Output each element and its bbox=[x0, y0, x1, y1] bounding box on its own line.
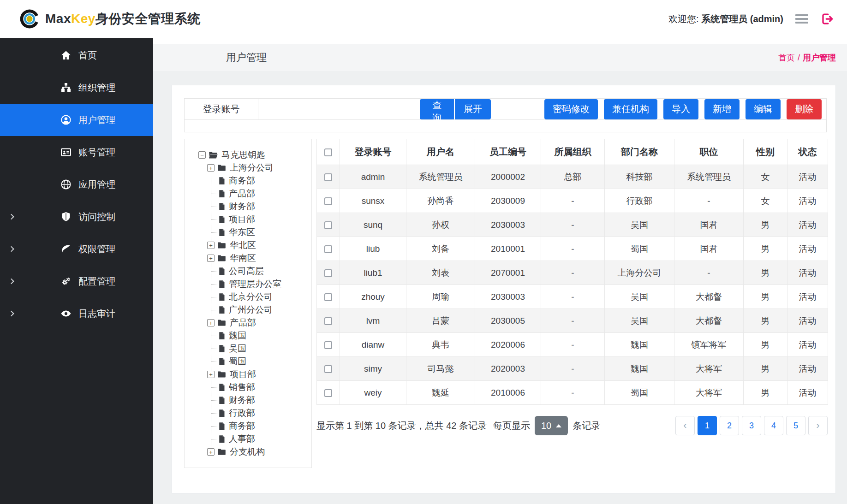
sidebar-item-home[interactable]: 首页 bbox=[0, 39, 153, 71]
file-icon bbox=[218, 293, 225, 301]
table-row[interactable]: dianw 典韦 2020006 - 魏国 镇军将军 男 活动 bbox=[317, 333, 828, 357]
page-1-button[interactable]: 1 bbox=[698, 416, 717, 435]
tree-expander-icon[interactable] bbox=[207, 255, 215, 262]
home-icon bbox=[60, 50, 72, 61]
login-account-input[interactable] bbox=[258, 99, 420, 119]
menu-toggle-icon[interactable] bbox=[795, 14, 808, 24]
tree-expander-icon[interactable] bbox=[207, 164, 215, 172]
tree-node[interactable]: 马克思钥匙 bbox=[185, 148, 311, 161]
page-size-dropdown[interactable]: 10 bbox=[535, 416, 568, 435]
sidebar-item-label: 首页 bbox=[78, 49, 97, 62]
table-row[interactable]: liub1 刘表 2070001 - 上海分公司 - 男 活动 bbox=[317, 261, 828, 285]
table-row[interactable]: sunsx 孙尚香 2030009 - 行政部 - 女 活动 bbox=[317, 189, 828, 213]
column-header: 性别 bbox=[744, 139, 787, 165]
tree-node[interactable]: 行政部 bbox=[185, 407, 311, 420]
sidebar-item-apps[interactable]: 应用管理 bbox=[0, 168, 153, 201]
tree-node[interactable]: 商务部 bbox=[185, 420, 311, 433]
row-checkbox[interactable] bbox=[324, 221, 332, 229]
row-checkbox[interactable] bbox=[324, 341, 332, 349]
change-password-button[interactable]: 密码修改 bbox=[544, 99, 598, 119]
tree-node[interactable]: 魏国 bbox=[185, 329, 311, 342]
file-icon bbox=[218, 409, 225, 417]
sidebar-item-audit[interactable]: 日志审计 bbox=[0, 297, 153, 330]
page-5-button[interactable]: 5 bbox=[786, 416, 805, 435]
tree-node[interactable]: 产品部 bbox=[185, 316, 311, 329]
delete-button[interactable]: 删除 bbox=[787, 99, 822, 119]
tree-node[interactable]: 产品部 bbox=[185, 187, 311, 200]
row-checkbox[interactable] bbox=[324, 173, 332, 181]
tree-expander-icon[interactable] bbox=[207, 242, 215, 249]
table-row[interactable]: zhouy 周瑜 2030003 - 吴国 大都督 男 活动 bbox=[317, 285, 828, 309]
import-button[interactable]: 导入 bbox=[663, 99, 698, 119]
tree-node[interactable]: 蜀国 bbox=[185, 355, 311, 368]
tree-node[interactable]: 华南区 bbox=[185, 252, 311, 265]
cell-organization: - bbox=[541, 333, 605, 357]
cell-organization: - bbox=[541, 237, 605, 261]
cell-department: 魏国 bbox=[605, 357, 674, 381]
cell-gender: 女 bbox=[744, 165, 787, 189]
tree-node[interactable]: 广州分公司 bbox=[185, 303, 311, 316]
tree-node[interactable]: 北京分公司 bbox=[185, 291, 311, 303]
table-row[interactable]: lvm 吕蒙 2030005 - 吴国 大都督 男 活动 bbox=[317, 309, 828, 333]
table-row[interactable]: weiy 魏延 2010006 - 蜀国 大将军 男 活动 bbox=[317, 381, 828, 405]
tree-expander-icon[interactable] bbox=[207, 319, 215, 326]
tree-expander-icon[interactable] bbox=[207, 448, 215, 456]
table-row[interactable]: liub 刘备 2010001 - 蜀国 国君 男 活动 bbox=[317, 237, 828, 261]
table-row[interactable]: sunq 孙权 2030003 - 吴国 国君 男 活动 bbox=[317, 213, 828, 237]
tree-node[interactable]: 上海分公司 bbox=[185, 161, 311, 174]
tree-node[interactable]: 销售部 bbox=[185, 381, 311, 394]
expand-button[interactable]: 展开 bbox=[455, 99, 491, 119]
tree-node[interactable]: 吴国 bbox=[185, 342, 311, 355]
row-checkbox[interactable] bbox=[324, 365, 332, 373]
cell-employee-no: 2030003 bbox=[475, 213, 541, 237]
tree-node[interactable]: 项目部 bbox=[185, 213, 311, 226]
tree-node[interactable]: 华东区 bbox=[185, 226, 311, 239]
sidebar-item-access-control[interactable]: 访问控制 bbox=[0, 201, 153, 233]
tree-node[interactable]: 管理层办公室 bbox=[185, 278, 311, 291]
tree-node[interactable]: 人事部 bbox=[185, 433, 311, 445]
table-row[interactable]: admin 系统管理员 2000002 总部 科技部 系统管理员 女 活动 bbox=[317, 165, 828, 189]
tree-expander-icon[interactable] bbox=[198, 151, 206, 159]
records-summary: 显示第 1 到第 10 条记录，总共 42 条记录 bbox=[316, 420, 487, 432]
row-checkbox[interactable] bbox=[324, 197, 332, 205]
row-checkbox[interactable] bbox=[324, 293, 332, 301]
page-next-button[interactable]: › bbox=[808, 416, 828, 435]
tree-node[interactable]: 分支机构 bbox=[185, 445, 311, 458]
sidebar-item-users[interactable]: 用户管理 bbox=[0, 104, 153, 136]
page-3-button[interactable]: 3 bbox=[742, 416, 761, 435]
sidebar-item-config[interactable]: 配置管理 bbox=[0, 265, 153, 297]
select-all-checkbox[interactable] bbox=[324, 148, 332, 156]
cell-gender: 男 bbox=[744, 213, 787, 237]
row-checkbox[interactable] bbox=[324, 317, 332, 325]
app-header: MaxKey身份安全管理系统 欢迎您: 系统管理员 (admin) bbox=[0, 0, 847, 38]
tree-node[interactable]: 财务部 bbox=[185, 394, 311, 407]
query-button[interactable]: 查询 bbox=[420, 99, 454, 119]
tree-node[interactable]: 华北区 bbox=[185, 239, 311, 252]
edit-button[interactable]: 编辑 bbox=[746, 99, 781, 119]
sidebar-item-permissions[interactable]: 权限管理 bbox=[0, 233, 153, 265]
cell-department: 蜀国 bbox=[605, 381, 674, 405]
concurrent-org-button[interactable]: 兼任机构 bbox=[604, 99, 657, 119]
cell-employee-no: 2010006 bbox=[475, 381, 541, 405]
tree-expander-icon[interactable] bbox=[207, 371, 215, 378]
breadcrumb-home-link[interactable]: 首页 bbox=[778, 53, 795, 62]
tree-node[interactable]: 商务部 bbox=[185, 174, 311, 187]
page-4-button[interactable]: 4 bbox=[764, 416, 783, 435]
tree-node[interactable]: 项目部 bbox=[185, 368, 311, 381]
cell-gender: 男 bbox=[744, 333, 787, 357]
logout-icon[interactable] bbox=[820, 12, 834, 26]
page-2-button[interactable]: 2 bbox=[720, 416, 739, 435]
page-prev-button[interactable]: ‹ bbox=[675, 416, 695, 435]
cell-organization: - bbox=[541, 309, 605, 333]
sidebar-item-org[interactable]: 组织管理 bbox=[0, 71, 153, 104]
add-button[interactable]: 新增 bbox=[704, 99, 740, 119]
row-checkbox[interactable] bbox=[324, 389, 332, 397]
table-row[interactable]: simy 司马懿 2020003 - 魏国 大将军 男 活动 bbox=[317, 357, 828, 381]
cell-employee-no: 2020006 bbox=[475, 333, 541, 357]
tree-node[interactable]: 财务部 bbox=[185, 200, 311, 213]
row-checkbox[interactable] bbox=[324, 269, 332, 277]
sidebar-item-accounts[interactable]: 账号管理 bbox=[0, 136, 153, 168]
row-checkbox[interactable] bbox=[324, 245, 332, 253]
tree-node[interactable]: 公司高层 bbox=[185, 265, 311, 278]
cell-employee-no: 2030005 bbox=[475, 309, 541, 333]
